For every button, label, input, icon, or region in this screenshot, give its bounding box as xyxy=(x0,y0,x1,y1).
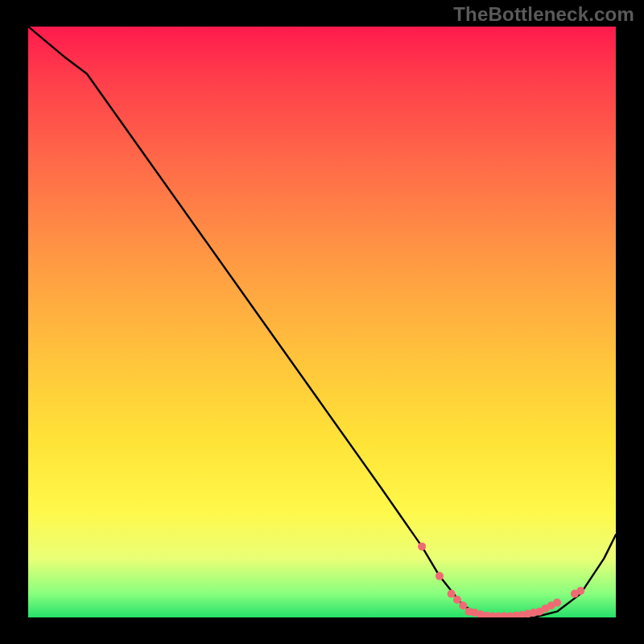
chart-overlay xyxy=(28,27,616,617)
marker-dot xyxy=(453,596,461,604)
marker-dot xyxy=(436,572,444,580)
marker-dot xyxy=(459,601,467,609)
marker-dot xyxy=(576,587,584,595)
watermark-text: TheBottleneck.com xyxy=(453,3,634,26)
marker-dot xyxy=(448,590,456,598)
curve-line xyxy=(28,27,616,617)
chart-frame: TheBottleneck.com xyxy=(0,0,644,644)
marker-dot xyxy=(418,543,426,551)
marker-dot xyxy=(553,599,561,607)
